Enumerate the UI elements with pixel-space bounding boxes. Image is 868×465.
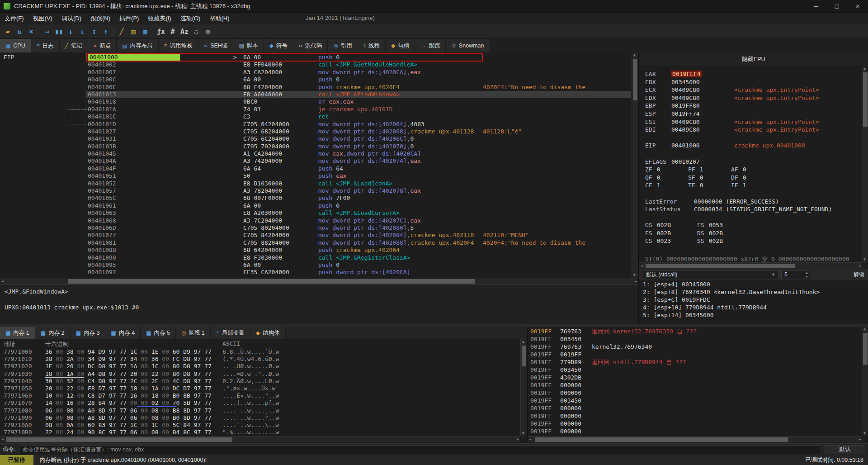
memory-row[interactable]: 779710A0 08 00 0A 00 60 83 97 77 1C 00 1…	[0, 422, 520, 429]
assemble-icon[interactable]: ╱	[116, 26, 127, 37]
stack-row[interactable]: 0019FF 0019FF	[528, 351, 863, 358]
register-row[interactable]: ESI 00409C80 <crackme upx.EntryPoint>	[639, 119, 863, 127]
tab-memory-3[interactable]: ▦ 内存 3	[71, 327, 106, 339]
disasm-row[interactable]: 0040100E 68 F4204000 push crackme upx.40…	[0, 84, 638, 91]
disasm-row[interactable]: 00401077 C705 84204000 mov dword ptr ds:…	[0, 232, 638, 239]
disasm-row[interactable]: 00401045 A1 CA204000 mov eax,dword ptr d…	[0, 150, 638, 157]
stack-argument-row[interactable]: 4: [esp+10] 779D8944 ntdll.779D8944	[639, 304, 868, 311]
open-file-icon[interactable]: ▰	[2, 26, 14, 37]
segment-register[interactable]: CS0023	[645, 237, 697, 246]
minimize-button[interactable]: ─	[806, 0, 826, 12]
disasm-row[interactable]: 00401097 FF35 CA204000 push dword ptr ds…	[0, 269, 638, 276]
command-input[interactable]	[19, 445, 821, 454]
disasm-row[interactable]: 00401031 C705 6C204000 mov dword ptr ds:…	[0, 135, 638, 142]
menu-item[interactable]: 选项(O)	[176, 13, 205, 24]
menu-item[interactable]: 文件(F)	[0, 13, 28, 24]
register-row[interactable]: ESP 0019FF74	[639, 110, 863, 119]
tab-memory-5[interactable]: ▦ 内存 5	[141, 327, 176, 339]
disasm-row[interactable]: 00401051 50 push eax	[0, 172, 638, 180]
disasm-row[interactable]: 00401095 6A 00 push 0	[0, 261, 638, 269]
tab-breakpoints[interactable]: ● 断点	[88, 39, 117, 52]
command-profile-select[interactable]: 默认	[825, 445, 865, 454]
disasm-row[interactable]: 00401002 E8 FF040000 call <JMP.&GetModul…	[0, 61, 638, 68]
register-row-eip[interactable]: EIP 00401000 crackme upx.00401000	[639, 142, 863, 150]
stack-vertical-scrollbar[interactable]: ▲ ▼	[862, 327, 868, 436]
memory-row[interactable]: 77971080 06 00 08 00 A0 8D 97 77 06 00 0…	[0, 407, 520, 414]
cpu-flag[interactable]: SF0	[688, 174, 731, 182]
disasm-row[interactable]: 00401068 A3 7C204000 mov dword ptr ds:[4…	[0, 217, 638, 224]
disasm-row[interactable]: 00401018 0BC0 or eax,eax	[0, 98, 638, 105]
register-row[interactable]: EBX 00345000	[639, 79, 863, 87]
register-row[interactable]: EBP 0019FF80	[639, 102, 863, 110]
memory-row[interactable]: 77971070 14 00 16 00 28 84 97 77 00 00 0…	[0, 399, 520, 407]
disasm-row[interactable]: 0040101C C3 ret	[0, 113, 638, 120]
cpu-flag[interactable]: DF0	[731, 174, 863, 182]
stack-row[interactable]: 0019FF 000000	[528, 404, 863, 412]
memory-row[interactable]: 77971050 20 00 22 00 F8 D7 97 77 18 00 1…	[0, 385, 520, 392]
disasm-horizontal-scrollbar[interactable]: ◄ ►	[0, 278, 638, 284]
stack-row[interactable]: 0019FF 000000	[528, 389, 863, 397]
disasm-vertical-scrollbar[interactable]: ▲ ▼	[632, 52, 638, 278]
menu-item[interactable]: 跟踪(N)	[86, 13, 115, 24]
tab-memory-4[interactable]: ▦ 内存 4	[105, 327, 141, 339]
disasm-row[interactable]: 0040101D C705 64204000 mov dword ptr ds:…	[0, 121, 638, 128]
patch-icon[interactable]: ▤	[127, 26, 139, 37]
tab-cpu[interactable]: ▦ CPU	[0, 39, 31, 52]
stack-row[interactable]: 0019FF 003450	[528, 366, 863, 374]
tab-snowman[interactable]: ☃ Snowman	[446, 39, 490, 52]
tab-memory-2[interactable]: ▦ 内存 2	[35, 327, 71, 339]
tab-symbols[interactable]: ◆ 符号	[264, 39, 293, 52]
menu-item[interactable]: 帮助(H)	[205, 13, 234, 24]
stack-row[interactable]: 0019FF 000000	[528, 412, 863, 420]
tab-script[interactable]: ▥ 脚本	[233, 39, 264, 52]
cpu-flag[interactable]: PF1	[688, 166, 731, 174]
memory-map-icon[interactable]: ▦	[139, 26, 151, 37]
stack-row[interactable]: 0019FF 769763 返回到 kernel32.76976359 自 ??…	[528, 327, 863, 335]
disasm-row[interactable]: 00401063 E8 A2030000 call <JMP.&LoadCurs…	[0, 209, 638, 217]
calling-convention-select[interactable]: 默认 (stdcall) ▼	[643, 270, 778, 279]
register-row-eflags[interactable]: EFLAGS 00010207	[639, 158, 863, 166]
separator[interactable]	[151, 26, 155, 37]
disasm-row[interactable]: 00401057 A3 78204000 mov dword ptr ds:[4…	[0, 187, 638, 195]
maximize-button[interactable]: □	[826, 0, 847, 12]
restart-icon[interactable]: ↻	[14, 26, 25, 37]
stack-row[interactable]: 0019FF 000000	[528, 427, 863, 435]
memory-row[interactable]: 77971090 06 00 08 00 A8 8D 97 77 06 00 0…	[0, 414, 520, 422]
memory-row[interactable]: 77971010 28 00 2A 00 34 D9 97 77 34 00 3…	[0, 356, 520, 363]
hide-fpu-button[interactable]: 隐藏FPU	[639, 52, 868, 66]
step-over-icon[interactable]: ⇓	[76, 26, 88, 37]
stack-row[interactable]: 0019FF 000000	[528, 420, 863, 427]
last-error-row[interactable]: LastError 00000000 (ERROR_SUCCESS)	[639, 198, 863, 206]
disasm-row[interactable]: 0040105C 68 007F0000 push 7F00	[0, 195, 638, 202]
cpu-flag[interactable]: AF0	[731, 166, 863, 174]
memory-vertical-scrollbar[interactable]: ▲ ▼	[520, 339, 527, 436]
disasm-row[interactable]: 00401027 C705 68204000 mov dword ptr ds:…	[0, 128, 638, 135]
stack-row[interactable]: 0019FF 000000	[528, 381, 863, 389]
segment-register[interactable]: DS002B	[697, 230, 863, 238]
pause-icon[interactable]: ▮▮	[53, 26, 65, 37]
menu-item[interactable]: 调试(D)	[57, 13, 86, 24]
tab-memory-1[interactable]: ▦ 内存 1	[0, 327, 35, 339]
stack-row[interactable]: 0019FF 779D89 返回到 ntdll.779D8944 自 ???	[528, 358, 863, 366]
fx-icon[interactable]: ƒx	[155, 26, 167, 37]
close-button[interactable]: ×	[847, 0, 868, 12]
unlock-button[interactable]: 解锁	[854, 271, 864, 279]
stack-argument-row[interactable]: 3: [esp+C] 0019FFDC	[639, 296, 868, 304]
tab-call-stack[interactable]: ≡ 调用堆栈	[159, 39, 198, 52]
disasm-row[interactable]: 00401052 E8 D1030000 call <JMP.&LoadIcon…	[0, 180, 638, 187]
disasm-row[interactable]: 0040104F 6A 64 push 64	[0, 165, 638, 172]
registers-vertical-scrollbar[interactable]: ▲ ▼	[862, 66, 868, 262]
tab-locals[interactable]: ≡ 局部变量	[211, 327, 250, 339]
stack-row[interactable]: 0019FF 769763 kernel32.76976340	[528, 343, 863, 351]
stack-argument-row[interactable]: 5: [esp+14] 00345000	[639, 311, 868, 319]
trace-into-icon[interactable]: ↧	[88, 26, 100, 37]
stack-row[interactable]: 0019FF 4302DB	[528, 374, 863, 381]
register-row[interactable]: EAX 0019FEF4	[639, 71, 863, 79]
cpu-flag[interactable]: TF0	[688, 182, 731, 190]
register-row[interactable]: ECX 00409C80 <crackme upx.EntryPoint>	[639, 86, 863, 95]
menu-item[interactable]: 插件(P)	[115, 13, 143, 24]
cpu-flag[interactable]: OF0	[645, 174, 688, 182]
tab-references[interactable]: ◎ 引用	[328, 39, 358, 52]
tab-struct[interactable]: ◆ 结构体	[250, 327, 286, 339]
tab-trace[interactable]: → 跟踪	[415, 39, 446, 52]
